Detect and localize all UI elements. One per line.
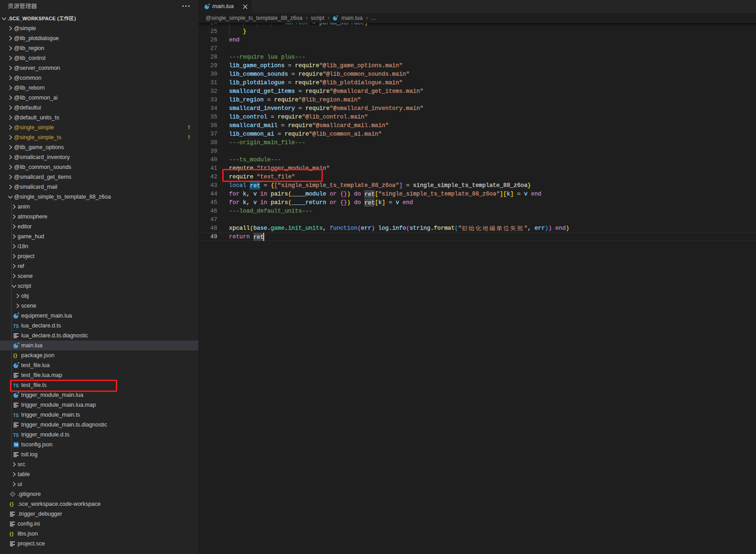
svg-text:TS: TS — [14, 443, 18, 446]
